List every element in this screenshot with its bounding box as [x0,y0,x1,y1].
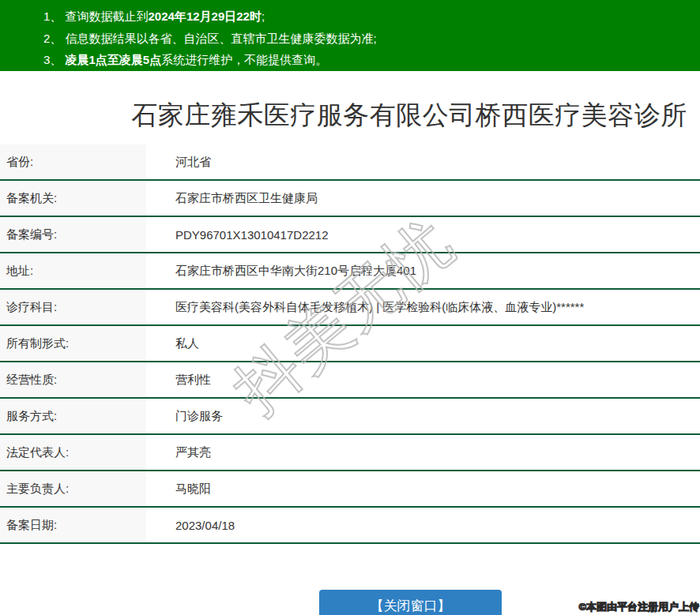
field-label: 省份: [0,144,146,179]
table-row: 备案编号:PDY96701X13010417D2212 [0,217,700,253]
notice-header: 1、 查询数据截止到2024年12月29日22时;2、 信息数据结果以各省、自治… [0,0,700,71]
field-value: 严其亮 [146,435,700,470]
field-value: 医疗美容科(美容外科自体毛发移植术) | 医学检验科(临床体液、血液专业)***… [146,290,700,324]
field-label: 备案日期: [0,508,146,542]
field-label: 服务方式: [0,399,146,433]
table-row: 主要负责人:马晓阳 [0,471,700,508]
close-window-button[interactable]: 【关闭窗口】 [319,590,502,615]
table-row: 备案日期:2023/04/18 [0,508,700,544]
field-label: 诊疗科目: [0,290,146,324]
notice-line: 2、 信息数据结果以各省、自治区、直辖市卫生健康委数据为准; [43,28,692,50]
table-row: 地址:石家庄市桥西区中华南大街210号启程大厦401 [0,253,700,290]
field-value: PDY96701X13010417D2212 [146,217,700,252]
field-label: 备案编号: [0,217,146,252]
table-row: 备案机关:石家庄市桥西区卫生健康局 [0,181,700,217]
field-value: 河北省 [146,144,700,179]
field-label: 备案机关: [0,181,146,216]
table-row: 所有制形式:私人 [0,326,700,362]
field-label: 经营性质: [0,362,146,397]
notice-line: 1、 查询数据截止到2024年12月29日22时; [43,6,692,28]
notice-line: 3、 凌晨1点至凌晨5点系统进行维护，不能提供查询。 [43,49,692,71]
table-row: 省份:河北省 [0,144,700,181]
table-row: 法定代表人:严其亮 [0,435,700,471]
field-value: 营利性 [146,362,700,397]
info-table: 省份:河北省备案机关:石家庄市桥西区卫生健康局备案编号:PDY96701X130… [0,144,700,544]
field-value: 石家庄市桥西区中华南大街210号启程大厦401 [146,253,700,288]
notice-list: 1、 查询数据截止到2024年12月29日22时;2、 信息数据结果以各省、自治… [43,6,692,71]
field-label: 法定代表人: [0,435,146,470]
table-row: 经营性质:营利性 [0,362,700,399]
page-title: 石家庄雍禾医疗服务有限公司桥西医疗美容诊所 [0,98,700,133]
field-value: 石家庄市桥西区卫生健康局 [146,181,700,216]
field-label: 主要负责人: [0,471,146,506]
table-row: 服务方式:门诊服务 [0,399,700,435]
footer-stamp: ©本图由平台注册用户上传 [578,600,699,614]
field-label: 所有制形式: [0,326,146,361]
table-row: 诊疗科目:医疗美容科(美容外科自体毛发移植术) | 医学检验科(临床体液、血液专… [0,290,700,326]
record-detail-page: 1、 查询数据截止到2024年12月29日22时;2、 信息数据结果以各省、自治… [0,0,700,615]
field-value: 门诊服务 [146,399,700,433]
field-value: 马晓阳 [146,471,700,506]
field-label: 地址: [0,253,146,288]
field-value: 2023/04/18 [146,508,700,542]
field-value: 私人 [146,326,700,361]
